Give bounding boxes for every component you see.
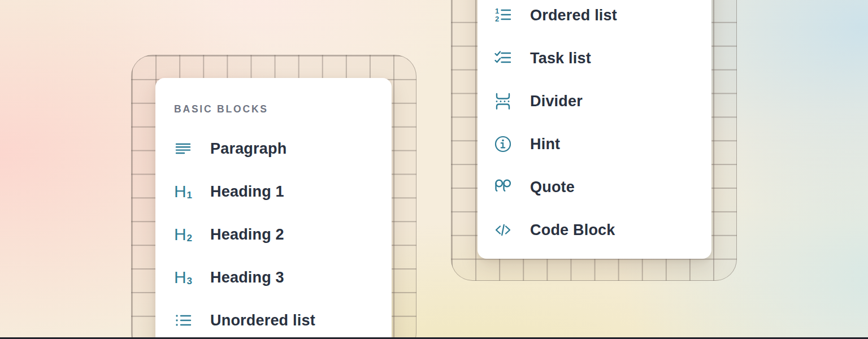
code-block-icon xyxy=(494,221,512,239)
menu-item-label: Paragraph xyxy=(210,140,287,158)
blocks-menu: 1 2 Ordered list xyxy=(494,0,705,251)
menu-item-task-list[interactable]: Task list xyxy=(494,37,705,80)
heading-3-icon: H3 xyxy=(174,268,192,286)
menu-item-quote[interactable]: Quote xyxy=(494,166,705,208)
menu-item-label: Heading 2 xyxy=(210,226,284,244)
menu-item-label: Task list xyxy=(530,50,591,67)
divider-icon xyxy=(494,92,512,110)
menu-item-code-block[interactable]: Code Block xyxy=(494,208,705,251)
menu-item-paragraph[interactable]: Paragraph xyxy=(174,127,385,170)
ordered-list-num-1: 1 xyxy=(495,7,499,15)
menu-item-label: Heading 3 xyxy=(210,269,284,286)
menu-item-unordered-list[interactable]: Unordered list xyxy=(174,299,385,339)
heading-level: 3 xyxy=(187,276,192,286)
heading-letter: H xyxy=(174,226,186,243)
menu-item-label: Heading 1 xyxy=(210,183,284,201)
task-list-icon xyxy=(494,49,512,67)
heading-1-icon: H1 xyxy=(174,182,192,201)
ordered-list-icon: 1 2 xyxy=(494,6,512,24)
heading-letter: H xyxy=(174,269,186,286)
ordered-list-num-2: 2 xyxy=(495,15,499,23)
menu-item-divider[interactable]: Divider xyxy=(494,80,705,123)
menu-item-label: Code Block xyxy=(530,221,615,239)
menu-item-label: Ordered list xyxy=(530,7,617,24)
menu-item-hint[interactable]: Hint xyxy=(494,123,705,166)
menu-item-label: Divider xyxy=(530,93,583,110)
paragraph-icon xyxy=(174,140,192,158)
menu-item-label: Hint xyxy=(530,136,560,153)
quote-icon xyxy=(494,178,512,196)
heading-letter: H xyxy=(174,183,186,200)
heading-level: 2 xyxy=(187,233,192,244)
heading-2-icon: H2 xyxy=(174,225,192,244)
menu-item-heading-2[interactable]: H2 Heading 2 xyxy=(174,213,385,256)
menu-item-ordered-list[interactable]: 1 2 Ordered list xyxy=(494,0,705,37)
blocks-menu-card: 1 2 Ordered list xyxy=(478,0,711,259)
basic-blocks-menu: Paragraph H1 Heading 1 H2 Heading 2 H3 H… xyxy=(174,127,385,339)
menu-item-label: Unordered list xyxy=(210,312,315,329)
basic-blocks-header: BASIC BLOCKS xyxy=(174,103,268,115)
unordered-list-icon xyxy=(174,311,192,329)
basic-blocks-menu-card: BASIC BLOCKS Paragraph H1 Heading 1 xyxy=(155,78,392,339)
menu-item-heading-3[interactable]: H3 Heading 3 xyxy=(174,256,385,299)
menu-item-label: Quote xyxy=(530,179,575,196)
page-background: BASIC BLOCKS Paragraph H1 Heading 1 xyxy=(0,0,868,339)
menu-item-heading-1[interactable]: H1 Heading 1 xyxy=(174,170,385,213)
heading-level: 1 xyxy=(187,190,192,201)
hint-icon xyxy=(494,135,512,153)
